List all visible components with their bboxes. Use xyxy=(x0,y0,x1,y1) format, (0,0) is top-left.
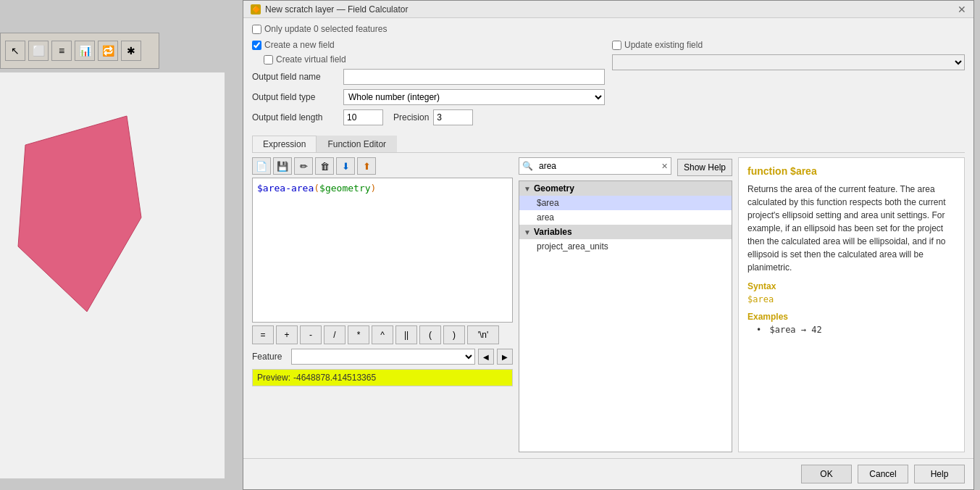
tree-group-variables-header[interactable]: ▼ Variables xyxy=(519,225,732,239)
tab-expression[interactable]: Expression xyxy=(252,136,317,152)
ok-button[interactable]: OK xyxy=(801,465,852,483)
close-button[interactable]: ✕ xyxy=(958,4,966,14)
cancel-button[interactable]: Cancel xyxy=(858,465,908,483)
dialog-footer: OK Cancel Help xyxy=(243,458,973,489)
expression-panel: 📄 💾 ✏ 🗑 ⬇ ⬆ $area-area($geometry) = + - … xyxy=(252,157,513,452)
expr-lparen: ( xyxy=(314,183,319,194)
output-type-row: Output field type Whole number (integer)… xyxy=(252,89,605,105)
feature-label: Feature xyxy=(252,352,288,362)
op-power[interactable]: ^ xyxy=(372,325,393,344)
function-tree-panel: 🔍 ✕ Show Help ▼ Geometry $area xyxy=(519,157,732,452)
output-length-label: Output field length xyxy=(252,112,339,122)
dialog-title-area: 🔶 New scratch layer — Field Calculator xyxy=(251,4,408,14)
op-lparen[interactable]: ( xyxy=(419,325,441,344)
help-description: Returns the area of the current feature.… xyxy=(747,183,955,274)
field-options-columns: Create a new field Create virtual field … xyxy=(252,40,965,130)
op-equals[interactable]: = xyxy=(252,325,274,344)
feature-prev-btn[interactable]: ◀ xyxy=(478,349,494,365)
output-name-input[interactable] xyxy=(343,69,605,85)
show-help-button[interactable]: Show Help xyxy=(677,159,732,176)
help-syntax-value: $area xyxy=(747,294,955,304)
dialog-title-text: New scratch layer — Field Calculator xyxy=(265,4,408,14)
search-row: 🔍 ✕ xyxy=(519,157,671,175)
op-plus[interactable]: + xyxy=(276,325,298,344)
pan-tool-btn[interactable]: ⬜ xyxy=(28,41,49,61)
tree-group-geometry-header[interactable]: ▼ Geometry xyxy=(519,181,732,196)
output-type-label: Output field type xyxy=(252,92,339,102)
dialog-body: Only update 0 selected features Create a… xyxy=(243,18,973,458)
output-length-input[interactable] xyxy=(343,109,383,125)
update-existing-label[interactable]: Update existing field xyxy=(612,40,703,50)
precision-input[interactable] xyxy=(433,109,473,125)
preview-value: -4648878.414513365 xyxy=(293,373,376,383)
summary-tool-btn[interactable]: 📊 xyxy=(75,41,95,61)
save-expression-btn[interactable]: 💾 xyxy=(273,157,292,175)
op-divide[interactable]: / xyxy=(324,325,345,344)
create-virtual-row: Create virtual field xyxy=(252,54,605,65)
geometry-arrow: ▼ xyxy=(524,185,531,193)
expr-param: $geometry xyxy=(319,183,370,194)
field-calculator-dialog: 🔶 New scratch layer — Field Calculator ✕… xyxy=(243,0,974,490)
output-name-label: Output field name xyxy=(252,72,339,82)
dialog-titlebar: 🔶 New scratch layer — Field Calculator ✕ xyxy=(243,1,973,18)
precision-label: Precision xyxy=(393,112,429,122)
help-button[interactable]: Help xyxy=(914,465,965,483)
search-clear-btn[interactable]: ✕ xyxy=(658,162,671,171)
create-new-label[interactable]: Create a new field xyxy=(252,40,335,50)
geometry-group-label: Geometry xyxy=(534,183,574,194)
help-example-1: • $area → 42 xyxy=(756,325,955,335)
svg-marker-0 xyxy=(18,116,141,312)
create-new-field-row: Create a new field xyxy=(252,40,605,50)
tree-group-geometry: ▼ Geometry $area area xyxy=(519,181,732,225)
function-tree: ▼ Geometry $area area ▼ Variab xyxy=(519,180,732,452)
only-update-label[interactable]: Only update 0 selected features xyxy=(252,24,387,34)
tree-group-variables: ▼ Variables project_area_units xyxy=(519,225,732,254)
help-examples: • $area → 42 xyxy=(747,325,955,335)
create-virtual-label[interactable]: Create virtual field xyxy=(252,54,346,65)
tree-item-dollar-area[interactable]: $area xyxy=(519,196,732,210)
help-examples-label: Examples xyxy=(747,312,955,322)
update-existing-row: Update existing field xyxy=(612,40,965,50)
update-field-select[interactable] xyxy=(612,54,965,70)
delete-expression-btn[interactable]: 🗑 xyxy=(315,157,334,175)
edit-expression-btn[interactable]: ✏ xyxy=(294,157,313,175)
create-virtual-checkbox[interactable] xyxy=(264,55,273,65)
import-expression-btn[interactable]: ⬇ xyxy=(336,157,355,175)
export-expression-btn[interactable]: ⬆ xyxy=(357,157,376,175)
new-expression-btn[interactable]: 📄 xyxy=(252,157,271,175)
top-options-row: Only update 0 selected features xyxy=(252,24,965,34)
update-existing-checkbox[interactable] xyxy=(612,41,621,50)
help-title: function $area xyxy=(747,165,955,177)
expr-text-part: $area-area xyxy=(257,183,314,194)
variables-arrow: ▼ xyxy=(524,228,531,236)
feature-next-btn[interactable]: ▶ xyxy=(497,349,513,365)
op-minus[interactable]: - xyxy=(300,325,322,344)
output-type-select[interactable]: Whole number (integer) Decimal number (r… xyxy=(343,89,605,105)
only-update-checkbox[interactable] xyxy=(252,25,261,34)
operator-buttons: = + - / * ^ || ( ) '\n' xyxy=(252,325,513,344)
create-new-checkbox[interactable] xyxy=(252,41,261,50)
editor-area: 📄 💾 ✏ 🗑 ⬇ ⬆ $area-area($geometry) = + - … xyxy=(252,157,965,452)
create-field-col: Create a new field Create virtual field … xyxy=(252,40,605,130)
tab-function-editor[interactable]: Function Editor xyxy=(317,136,397,152)
op-multiply[interactable]: * xyxy=(348,325,369,344)
table-tool-btn[interactable]: ≡ xyxy=(51,41,72,61)
plugin-tool-btn[interactable]: ✱ xyxy=(121,41,141,61)
tree-item-project-area-units[interactable]: project_area_units xyxy=(519,239,732,254)
search-input[interactable] xyxy=(536,159,658,173)
select-tool-btn[interactable]: ↖ xyxy=(5,41,25,61)
feature-row: Feature ◀ ▶ xyxy=(252,349,513,365)
output-name-row: Output field name xyxy=(252,69,605,85)
map-canvas xyxy=(0,72,225,478)
preview-label: Preview: xyxy=(257,373,290,383)
output-length-row: Output field length Precision xyxy=(252,109,605,125)
op-concat[interactable]: || xyxy=(395,325,417,344)
op-newline[interactable]: '\n' xyxy=(467,325,499,344)
help-syntax-label: Syntax xyxy=(747,281,955,291)
update-field-col: Update existing field xyxy=(612,40,965,130)
op-rparen[interactable]: ) xyxy=(443,325,465,344)
feature-select[interactable] xyxy=(291,349,475,365)
processing-tool-btn[interactable]: 🔁 xyxy=(98,41,118,61)
tree-item-area[interactable]: area xyxy=(519,210,732,225)
expression-editor[interactable]: $area-area($geometry) xyxy=(252,178,513,323)
